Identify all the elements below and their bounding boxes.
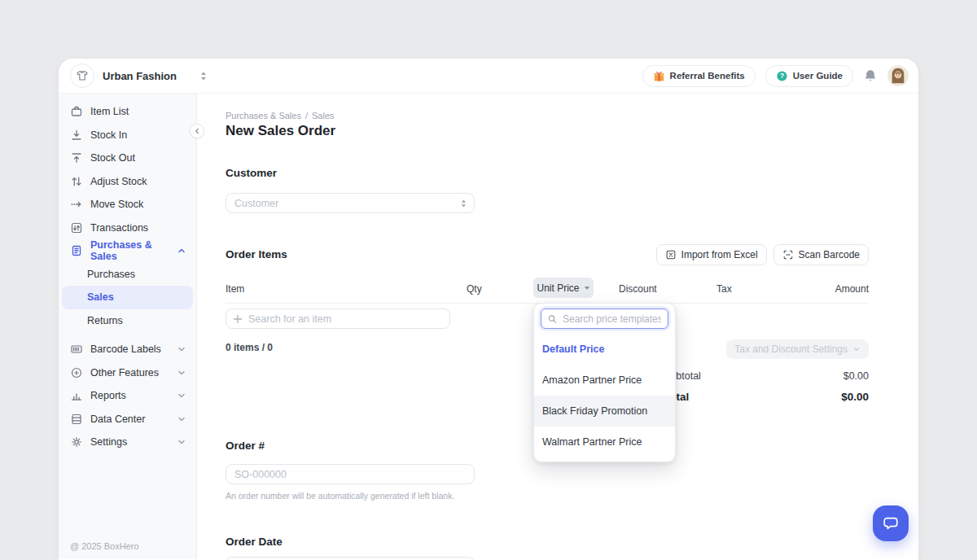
referral-benefits-button[interactable]: Referral Benefits: [642, 65, 756, 87]
price-template-search: [541, 308, 668, 329]
settings-icon: [70, 435, 83, 448]
sidebar-item-stock-in[interactable]: Stock In: [59, 124, 196, 147]
breadcrumb-separator: /: [305, 111, 308, 120]
scan-barcode-button[interactable]: Scan Barcode: [773, 244, 869, 265]
import-from-excel-label: Import from Excel: [681, 249, 758, 260]
main-content: Purchases & Sales / Sales New Sales Orde…: [197, 94, 918, 559]
copyright-text: @ 2025 BoxHero: [70, 541, 139, 551]
page-title: New Sales Order: [226, 123, 335, 139]
sidebar-item-transactions[interactable]: Transactions: [59, 217, 196, 240]
tshirt-logo-icon: [75, 68, 90, 83]
sidebar-item-label: Move Stock: [90, 199, 143, 210]
sidebar-collapse-button[interactable]: [190, 124, 204, 138]
notifications-bell-icon[interactable]: [863, 68, 878, 83]
gift-icon: [653, 70, 665, 82]
order-number-hint: An order number will be automatically ge…: [226, 491, 454, 501]
tax-discount-settings-button[interactable]: Tax and Discount Settings: [726, 339, 869, 359]
chevron-down-icon: [177, 414, 186, 424]
sidebar-item-label: Returns: [87, 315, 123, 326]
referral-benefits-label: Referral Benefits: [670, 71, 745, 81]
customer-select[interactable]: [226, 193, 475, 213]
sidebar-item-purchases[interactable]: Purchases: [59, 263, 196, 287]
tax-discount-settings-label: Tax and Discount Settings: [734, 343, 848, 355]
workspace-logo[interactable]: [70, 63, 94, 88]
price-template-search-input[interactable]: [541, 308, 668, 329]
sidebar-item-label: Reports: [90, 390, 126, 401]
sidebar-item-label: Barcode Labels: [90, 343, 161, 355]
workspace-switcher[interactable]: [199, 71, 208, 81]
chevron-left-icon: [193, 127, 201, 135]
column-header-item: Item: [226, 283, 244, 295]
sidebar-item-move-stock[interactable]: Move Stock: [59, 193, 196, 217]
breadcrumb-section[interactable]: Purchases & Sales: [226, 111, 301, 120]
column-header-tax: Tax: [716, 283, 732, 295]
sidebar-item-label: Sales: [87, 291, 114, 303]
chat-support-button[interactable]: [873, 505, 909, 541]
item-search-input[interactable]: [226, 308, 450, 329]
price-template-option-amazon[interactable]: Amazon Partner Price: [534, 365, 675, 396]
chevron-down-icon: [177, 437, 186, 447]
barcode-labels-icon: [70, 343, 83, 356]
sidebar-item-reports[interactable]: Reports: [59, 384, 196, 408]
chevron-down-icon: [177, 391, 186, 400]
svg-text:?: ?: [780, 72, 784, 80]
sidebar-item-adjust-stock[interactable]: Adjust Stock: [59, 170, 196, 194]
sidebar-item-label: Data Center: [90, 413, 145, 425]
excel-icon: [665, 249, 677, 260]
avatar[interactable]: [887, 65, 909, 86]
sort-updown-icon: [199, 71, 208, 81]
sidebar-item-returns[interactable]: Returns: [59, 309, 196, 333]
sidebar: Item List Stock In Stock Out Adjust Stoc…: [59, 94, 197, 559]
customer-select-input[interactable]: [226, 193, 475, 213]
sidebar-item-data-center[interactable]: Data Center: [59, 408, 196, 431]
import-from-excel-button[interactable]: Import from Excel: [656, 244, 767, 265]
price-template-option-walmart[interactable]: Walmart Partner Price: [534, 427, 675, 457]
breadcrumb-page[interactable]: Sales: [312, 111, 335, 120]
adjust-stock-icon: [70, 175, 83, 188]
order-number-field: [226, 464, 475, 484]
chat-icon: [882, 514, 900, 532]
sidebar-item-purchases-sales[interactable]: Purchases & Sales: [59, 239, 196, 263]
sidebar-item-item-list[interactable]: Item List: [59, 100, 196, 124]
sidebar-item-label: Item List: [90, 106, 129, 117]
order-date-input[interactable]: [226, 557, 475, 560]
sidebar-item-barcode-labels[interactable]: Barcode Labels: [59, 338, 196, 361]
move-stock-icon: [70, 198, 83, 211]
order-date-field: [226, 557, 475, 560]
sidebar-item-settings[interactable]: Settings: [59, 431, 196, 454]
customer-heading: Customer: [226, 167, 277, 179]
sidebar-item-stock-out[interactable]: Stock Out: [59, 147, 196, 170]
sidebar-item-label: Stock Out: [90, 152, 135, 164]
price-template-dropdown: Default Price Amazon Partner Price Black…: [533, 303, 676, 462]
items-count: 0 items / 0: [226, 342, 273, 353]
item-search: [226, 308, 450, 329]
chevron-down-icon: [177, 368, 186, 378]
price-template-option-black-friday[interactable]: Black Friday Promotion: [534, 396, 675, 427]
purchases-sales-icon: [70, 244, 83, 257]
order-number-heading: Order #: [226, 440, 265, 452]
order-date-heading: Order Date: [226, 536, 283, 548]
other-features-icon: [70, 366, 83, 379]
app-body: Item List Stock In Stock Out Adjust Stoc…: [59, 94, 918, 559]
sidebar-item-other-features[interactable]: Other Features: [59, 361, 196, 385]
topbar-actions: Referral Benefits ? User Guide: [642, 65, 909, 87]
sidebar-item-label: Adjust Stock: [90, 176, 147, 187]
sidebar-item-label: Transactions: [90, 222, 148, 234]
scan-icon: [782, 249, 794, 260]
user-guide-button[interactable]: ? User Guide: [765, 65, 853, 87]
column-header-unit-price: Unit Price: [537, 282, 579, 294]
stock-in-icon: [70, 129, 83, 142]
chevron-up-icon: [177, 246, 186, 256]
column-header-discount: Discount: [619, 283, 657, 295]
sidebar-item-label: Stock In: [90, 129, 127, 141]
transactions-icon: [70, 221, 83, 234]
price-template-option-default[interactable]: Default Price: [534, 334, 675, 365]
total-value: $0.00: [841, 391, 869, 403]
chevron-down-icon: [852, 345, 861, 353]
order-number-input[interactable]: [226, 464, 475, 484]
user-guide-label: User Guide: [793, 71, 843, 81]
sidebar-item-sales[interactable]: Sales: [62, 286, 193, 309]
chevron-down-icon: [177, 344, 186, 354]
unit-price-dropdown-trigger[interactable]: Unit Price: [533, 278, 594, 298]
stock-out-icon: [70, 151, 83, 164]
